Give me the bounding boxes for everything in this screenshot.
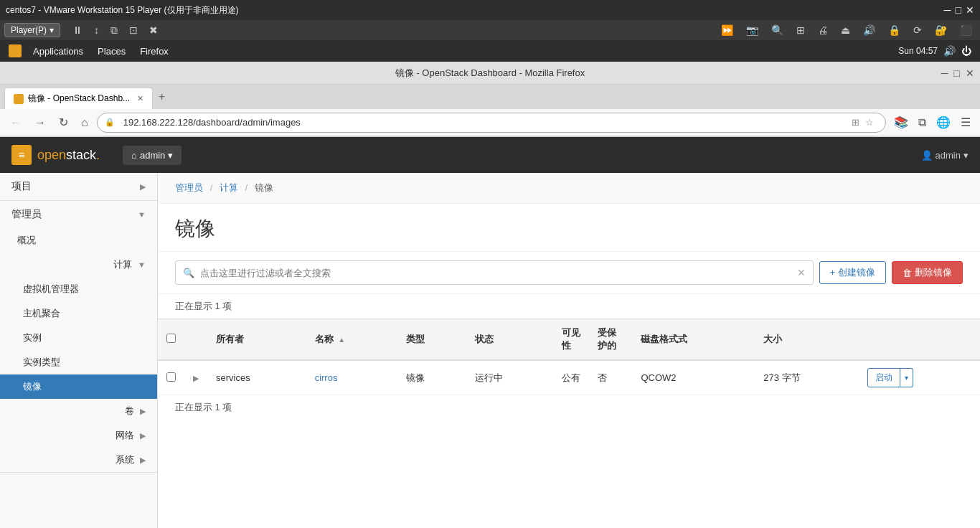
openstack-logo: ≡ openstack.: [11, 145, 100, 165]
reload-btn[interactable]: ↻: [55, 113, 72, 132]
sidebar-item-system[interactable]: 系统 ▶: [0, 448, 157, 472]
select-all-checkbox[interactable]: [166, 334, 176, 343]
active-tab[interactable]: 镜像 - OpenStack Dashb... ✕: [4, 88, 153, 109]
trash-icon: 🗑: [903, 268, 912, 278]
sidebar-item-overview[interactable]: 概况: [0, 228, 157, 253]
vm-right10[interactable]: 🔐: [931, 23, 951, 37]
breadcrumb-compute[interactable]: 计算: [220, 182, 238, 193]
tab-close-btn[interactable]: ✕: [137, 94, 143, 103]
firefox-title: 镜像 - OpenStack Dashboard - Mozilla Firef…: [395, 67, 585, 80]
breadcrumb-admin[interactable]: 管理员: [175, 182, 203, 193]
sidebar-item-network[interactable]: 网络 ▶: [0, 423, 157, 448]
vm-right11[interactable]: ⬛: [956, 23, 976, 37]
search-input[interactable]: [200, 268, 791, 278]
vm-right1[interactable]: ⏩: [717, 23, 737, 37]
firefox-chrome: 镜像 - OpenStack Dashboard - Mozilla Firef…: [0, 62, 980, 137]
user-icon: 👤: [921, 150, 933, 161]
vm-right7[interactable]: 🔊: [859, 23, 879, 37]
gnome-volume-icon[interactable]: 🔊: [943, 45, 956, 57]
row-actions: 启动 ▾: [859, 360, 980, 395]
create-image-btn[interactable]: + 创建镜像: [819, 261, 886, 284]
lock-icon: 🔒: [105, 118, 115, 127]
back-btn[interactable]: ←: [6, 113, 26, 132]
sidebar-toggle-icon[interactable]: ⧉: [915, 113, 930, 131]
search-box[interactable]: 🔍 ✕: [175, 260, 814, 285]
project-menu-btn[interactable]: ⌂ admin ▾: [123, 146, 182, 165]
vm-right2[interactable]: 📷: [743, 23, 762, 37]
menu-icon[interactable]: ☰: [957, 113, 974, 131]
tab-favicon: [14, 94, 24, 104]
close-btn[interactable]: ✕: [966, 4, 974, 16]
vm-right4[interactable]: ⊞: [793, 23, 809, 37]
row-checkbox[interactable]: [166, 372, 176, 382]
browser-icon[interactable]: 🌐: [933, 113, 954, 131]
tab-title: 镜像 - OpenStack Dashb...: [28, 93, 130, 105]
col-type-header: 类型: [397, 319, 466, 361]
col-name-header[interactable]: 名称 ▲: [306, 319, 398, 361]
col-size-header: 大小: [755, 319, 859, 361]
address-bar[interactable]: 🔒 192.168.222.128/dashboard/admin/images…: [97, 113, 886, 133]
reader-icon[interactable]: ⊞: [852, 117, 859, 128]
gnome-panel: Applications Places Firefox Sun 04:57 🔊 …: [0, 40, 980, 62]
home-btn[interactable]: ⌂: [77, 113, 93, 132]
firefox-tabs: 镜像 - OpenStack Dashb... ✕ +: [0, 85, 980, 109]
compute-chevron: ▼: [138, 260, 146, 269]
vm-tool4[interactable]: ⊡: [126, 23, 141, 38]
sidebar-item-instances[interactable]: 实例: [0, 326, 157, 350]
sidebar-item-images[interactable]: 镜像: [0, 374, 157, 399]
expand-btn[interactable]: ▶: [193, 374, 199, 382]
vm-right5[interactable]: 🖨: [814, 23, 831, 37]
gnome-places[interactable]: Places: [98, 46, 126, 57]
search-clear-btn[interactable]: ✕: [797, 267, 806, 278]
vm-tool3[interactable]: ⧉: [107, 23, 121, 38]
row-name: cirros: [306, 360, 398, 395]
vm-right3[interactable]: 🔍: [768, 23, 787, 37]
count-info-top: 正在显示 1 项: [158, 294, 980, 319]
gnome-applications[interactable]: Applications: [33, 46, 83, 57]
firefox-navbar: ← → ↻ ⌂ 🔒 192.168.222.128/dashboard/admi…: [0, 109, 980, 136]
project-header[interactable]: 项目 ▶: [0, 173, 157, 200]
vm-tool2[interactable]: ↕: [90, 23, 103, 38]
vm-pause-btn[interactable]: ⏸: [69, 23, 86, 38]
library-icon[interactable]: 📚: [890, 113, 912, 131]
firefox-restore[interactable]: □: [954, 67, 960, 79]
gnome-firefox[interactable]: Firefox: [140, 46, 169, 57]
action-dropdown-btn[interactable]: ▾: [900, 368, 913, 387]
forward-btn[interactable]: →: [30, 113, 50, 132]
player-menu[interactable]: Player(P) ▾: [4, 23, 60, 37]
vmware-title: centos7 - VMware Workstation 15 Player (…: [6, 4, 239, 16]
sidebar-item-compute[interactable]: 计算 ▼: [0, 253, 157, 277]
vm-tool5[interactable]: ✖: [146, 23, 161, 38]
network-chevron: ▶: [140, 431, 146, 440]
minimize-btn[interactable]: ─: [944, 4, 951, 16]
bookmark-icon[interactable]: ☆: [865, 117, 874, 128]
start-btn[interactable]: 启动: [867, 368, 900, 387]
user-chevron: ▾: [963, 150, 969, 161]
gnome-power-icon[interactable]: ⏻: [961, 45, 971, 57]
table-header-row: 所有者 名称 ▲ 类型 状态 可见性: [158, 319, 980, 361]
vm-right6[interactable]: ⏏: [837, 23, 854, 37]
admin-header[interactable]: 管理员 ▼: [0, 201, 157, 228]
volumes-chevron: ▶: [140, 407, 146, 416]
firefox-minimize[interactable]: ─: [941, 67, 948, 79]
logo-box: ≡: [11, 145, 32, 165]
user-menu-btn[interactable]: 👤 admin ▾: [921, 150, 969, 161]
maximize-btn[interactable]: □: [956, 4, 961, 16]
count-info-bottom: 正在显示 1 项: [158, 395, 980, 420]
vm-right9[interactable]: ⟳: [910, 23, 925, 37]
image-link[interactable]: cirros: [315, 372, 338, 383]
delete-image-btn[interactable]: 🗑 删除镜像: [892, 261, 963, 284]
sidebar-item-volumes[interactable]: 卷 ▶: [0, 399, 157, 423]
table-row: ▶ services cirros 镜像 运行中: [158, 360, 980, 395]
row-check: [158, 360, 184, 395]
system-chevron: ▶: [140, 456, 146, 465]
sidebar-item-hypervisor[interactable]: 虚拟机管理器: [0, 277, 157, 301]
openstack-header: ≡ openstack. ⌂ admin ▾ 👤 admin ▾: [0, 137, 980, 173]
sort-icon: ▲: [338, 336, 345, 344]
firefox-close[interactable]: ✕: [966, 67, 974, 79]
vm-right8[interactable]: 🔒: [885, 23, 904, 37]
main-content: 项目 ▶ 管理员 ▼ 概况 计算 ▼ 虚拟机管理器: [0, 173, 980, 528]
new-tab-btn[interactable]: +: [153, 88, 171, 106]
sidebar-item-host-agg[interactable]: 主机聚合: [0, 301, 157, 326]
sidebar-item-flavor[interactable]: 实例类型: [0, 350, 157, 374]
